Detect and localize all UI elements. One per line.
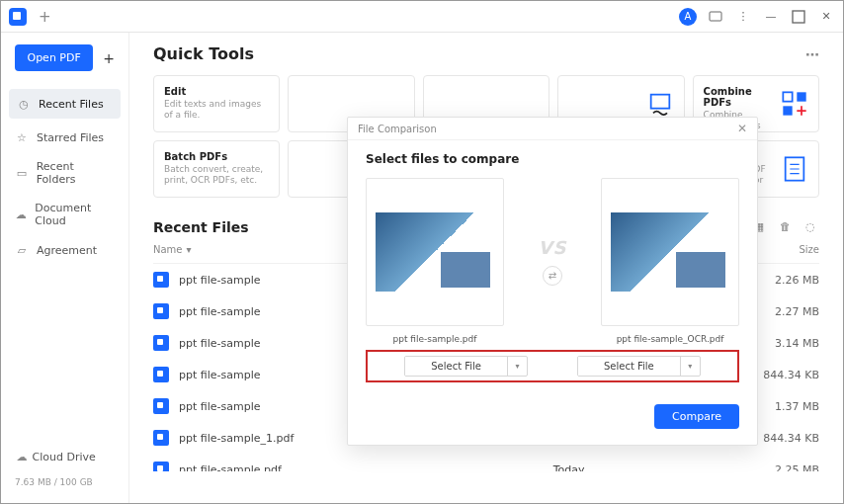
- file-name-a: ppt file-sample.pdf: [393, 334, 477, 344]
- avatar[interactable]: A: [679, 8, 697, 26]
- sidebar-item-recent-folders[interactable]: ▭ Recent Folders: [1, 152, 128, 194]
- select-file-label: Select File: [405, 357, 507, 376]
- sidebar-item-starred-files[interactable]: ☆ Starred Files: [1, 123, 128, 152]
- pdf-icon: [153, 398, 169, 414]
- convert-icon: [646, 90, 674, 118]
- minimize-button[interactable]: —: [762, 9, 780, 25]
- select-file-a-button[interactable]: Select File ▾: [404, 356, 528, 377]
- sidebar-item-recent-files[interactable]: ◷ Recent Files: [9, 89, 121, 119]
- add-file-button[interactable]: +: [103, 50, 115, 66]
- messages-icon[interactable]: [707, 9, 724, 25]
- pdf-icon: [153, 430, 169, 446]
- table-row[interactable]: ppt file-sample.pdfToday2.25 MB: [153, 454, 819, 471]
- svg-rect-1: [793, 11, 804, 23]
- more-icon[interactable]: ⋮: [734, 9, 752, 25]
- chevron-down-icon[interactable]: ▾: [680, 357, 700, 376]
- star-icon: ☆: [15, 130, 29, 144]
- sidebar-item-label: Document Cloud: [35, 202, 115, 227]
- tool-batch-pdfs[interactable]: Batch PDFs Batch convert, create, print,…: [153, 140, 280, 198]
- svg-rect-0: [710, 12, 721, 21]
- sidebar-item-document-cloud[interactable]: ☁ Document Cloud: [1, 194, 128, 235]
- sidebar-item-label: Recent Folders: [37, 160, 115, 186]
- file-comparison-dialog: File Comparison ✕ Select files to compar…: [347, 117, 758, 446]
- svg-rect-3: [783, 92, 792, 101]
- cloud-icon: ☁: [15, 208, 27, 221]
- tool-desc: Batch convert, create, print, OCR PDFs, …: [164, 164, 269, 186]
- cloud-drive-link[interactable]: ☁ Cloud Drive: [1, 440, 128, 473]
- sidebar-item-agreement[interactable]: ▱ Agreement: [1, 235, 128, 265]
- sort-icon: ▾: [187, 244, 192, 255]
- pdf-icon: [153, 462, 169, 471]
- folder-icon: ▭: [15, 166, 29, 180]
- cloud-drive-label: Cloud Drive: [33, 451, 96, 463]
- swap-button[interactable]: ⇄: [543, 266, 562, 286]
- close-icon[interactable]: ✕: [737, 122, 747, 135]
- cloud-icon: ☁: [15, 450, 29, 463]
- titlebar: + A ⋮ — ✕: [1, 1, 843, 33]
- app-logo: [9, 8, 27, 26]
- chevron-down-icon[interactable]: ▾: [507, 357, 527, 376]
- document-icon: ▱: [15, 243, 29, 257]
- compare-button[interactable]: Compare: [654, 404, 739, 429]
- file-date: Today: [553, 463, 740, 472]
- new-tab-button[interactable]: +: [39, 8, 51, 26]
- page-title: Quick Tools: [153, 44, 254, 63]
- tool-title: Batch PDFs: [164, 151, 269, 162]
- delete-button[interactable]: 🗑: [776, 218, 794, 236]
- filter-button[interactable]: ◌: [802, 218, 819, 236]
- recent-files-title: Recent Files: [153, 219, 249, 235]
- select-file-b-button[interactable]: Select File ▾: [577, 356, 701, 377]
- close-button[interactable]: ✕: [817, 9, 835, 25]
- compare-slot-b: ppt file-sample_OCR.pdf: [601, 178, 739, 344]
- sidebar-item-label: Agreement: [37, 244, 97, 257]
- tool-title: Combine PDFs: [704, 86, 773, 108]
- svg-rect-2: [650, 95, 669, 109]
- more-tools-button[interactable]: ⋯: [805, 46, 819, 62]
- pdf-icon: [153, 367, 169, 382]
- dialog-heading: Select files to compare: [366, 152, 739, 166]
- file-thumbnail-a[interactable]: [366, 178, 504, 326]
- open-pdf-button[interactable]: Open PDF: [15, 44, 93, 71]
- maximize-button[interactable]: [790, 9, 807, 25]
- sidebar: Open PDF + ◷ Recent Files ☆ Starred File…: [1, 33, 129, 503]
- pdf-icon: [153, 335, 169, 351]
- file-name-b: ppt file-sample_OCR.pdf: [617, 334, 724, 344]
- template-icon: [781, 155, 808, 183]
- col-name-label: Name: [153, 244, 183, 255]
- svg-rect-5: [783, 106, 792, 115]
- file-name: ppt file-sample.pdf: [179, 463, 553, 472]
- select-file-highlight: Select File ▾ Select File ▾: [366, 350, 739, 382]
- vs-label: VS: [518, 237, 587, 258]
- tool-title: Edit: [164, 86, 269, 97]
- clock-icon: ◷: [17, 97, 31, 111]
- pdf-icon: [153, 303, 169, 319]
- storage-text: 7.63 MB / 100 GB: [1, 473, 128, 491]
- select-file-label: Select File: [578, 357, 680, 376]
- file-thumbnail-b[interactable]: [601, 178, 739, 326]
- combine-icon: [781, 90, 808, 118]
- sidebar-item-label: Starred Files: [37, 131, 104, 144]
- main: Quick Tools ⋯ Edit Edit texts and images…: [129, 33, 843, 503]
- compare-slot-a: ppt file-sample.pdf: [366, 178, 504, 344]
- sidebar-item-label: Recent Files: [39, 98, 104, 111]
- tool-edit[interactable]: Edit Edit texts and images of a file.: [153, 75, 280, 132]
- file-size: 2.25 MB: [740, 463, 819, 472]
- tool-desc: Edit texts and images of a file.: [164, 99, 269, 121]
- svg-rect-4: [797, 92, 805, 101]
- dialog-title: File Comparison: [358, 124, 437, 134]
- pdf-icon: [153, 272, 169, 288]
